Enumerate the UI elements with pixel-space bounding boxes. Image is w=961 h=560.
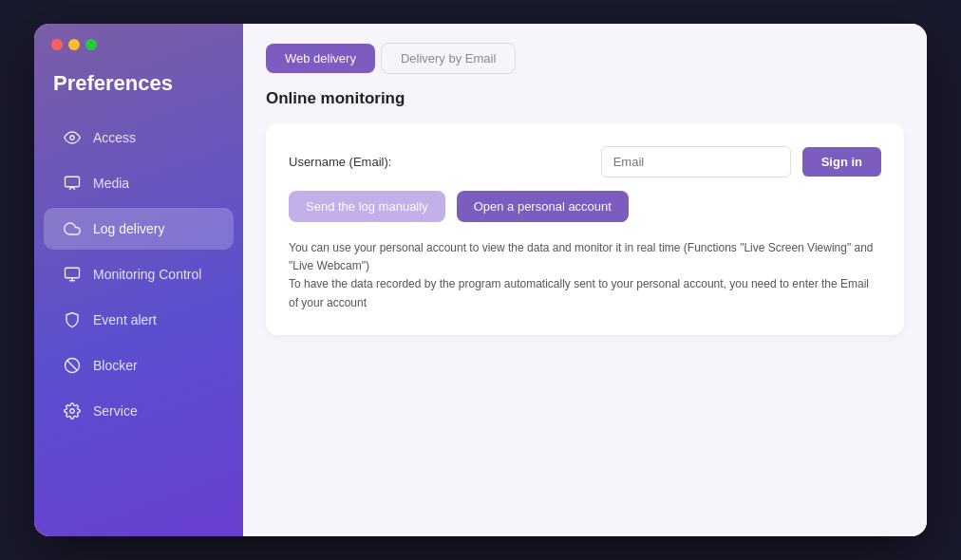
- cloud-icon: [63, 219, 82, 238]
- close-button[interactable]: [51, 39, 63, 50]
- sidebar-item-event-alert[interactable]: Event alert: [44, 299, 234, 341]
- email-label: Username (Email):: [289, 155, 391, 169]
- tab-web-delivery[interactable]: Web delivery: [266, 44, 375, 73]
- info-text-2: To have the data recorded by the program…: [289, 275, 881, 311]
- main-content: Web delivery Delivery by Email Online mo…: [243, 24, 927, 536]
- sidebar-title: Preferences: [34, 62, 243, 115]
- sidebar-item-media[interactable]: Media: [44, 162, 234, 204]
- sidebar-item-monitoring-control[interactable]: Monitoring Control: [44, 253, 234, 295]
- svg-rect-1: [66, 177, 80, 187]
- sidebar: Preferences Access Media Log delivery: [34, 24, 243, 536]
- minimize-button[interactable]: [68, 39, 80, 50]
- media-icon: [63, 174, 82, 193]
- tab-delivery-by-email[interactable]: Delivery by Email: [381, 43, 516, 74]
- titlebar: [34, 24, 243, 62]
- svg-line-6: [67, 361, 78, 371]
- info-text: You can use your personal account to vie…: [289, 239, 881, 312]
- eye-icon: [63, 128, 82, 147]
- card: Username (Email): Sign in Send the log m…: [266, 123, 904, 335]
- signin-button[interactable]: Sign in: [802, 147, 881, 177]
- email-input[interactable]: [601, 146, 791, 177]
- sidebar-item-service-label: Service: [93, 403, 138, 419]
- shield-icon: [63, 310, 82, 329]
- send-log-button[interactable]: Send the log manually: [289, 191, 445, 222]
- sidebar-item-blocker[interactable]: Blocker: [44, 345, 234, 386]
- maximize-button[interactable]: [85, 39, 97, 50]
- blocker-icon: [63, 356, 82, 375]
- sidebar-item-event-alert-label: Event alert: [93, 312, 157, 327]
- app-window: Preferences Access Media Log delivery: [34, 24, 927, 536]
- sidebar-item-media-label: Media: [93, 176, 129, 191]
- gear-icon: [63, 401, 82, 420]
- svg-point-0: [70, 136, 75, 140]
- info-text-1: You can use your personal account to vie…: [289, 239, 881, 275]
- svg-rect-2: [66, 268, 80, 278]
- sidebar-item-log-delivery-label: Log delivery: [93, 221, 165, 236]
- monitor-control-icon: [63, 265, 82, 284]
- sidebar-item-log-delivery[interactable]: Log delivery: [44, 208, 234, 250]
- sidebar-item-monitoring-control-label: Monitoring Control: [93, 267, 201, 282]
- sidebar-item-access-label: Access: [93, 130, 136, 145]
- action-row: Send the log manually Open a personal ac…: [289, 191, 881, 222]
- sidebar-item-service[interactable]: Service: [44, 390, 234, 432]
- open-personal-account-button[interactable]: Open a personal account: [457, 191, 629, 222]
- svg-point-7: [70, 409, 75, 414]
- tabs-bar: Web delivery Delivery by Email: [243, 24, 927, 74]
- sidebar-item-blocker-label: Blocker: [93, 358, 138, 373]
- section-title: Online monitoring: [266, 89, 904, 108]
- content-area: Online monitoring Username (Email): Sign…: [243, 74, 927, 536]
- sidebar-item-access[interactable]: Access: [44, 117, 234, 159]
- email-row: Username (Email): Sign in: [289, 146, 881, 177]
